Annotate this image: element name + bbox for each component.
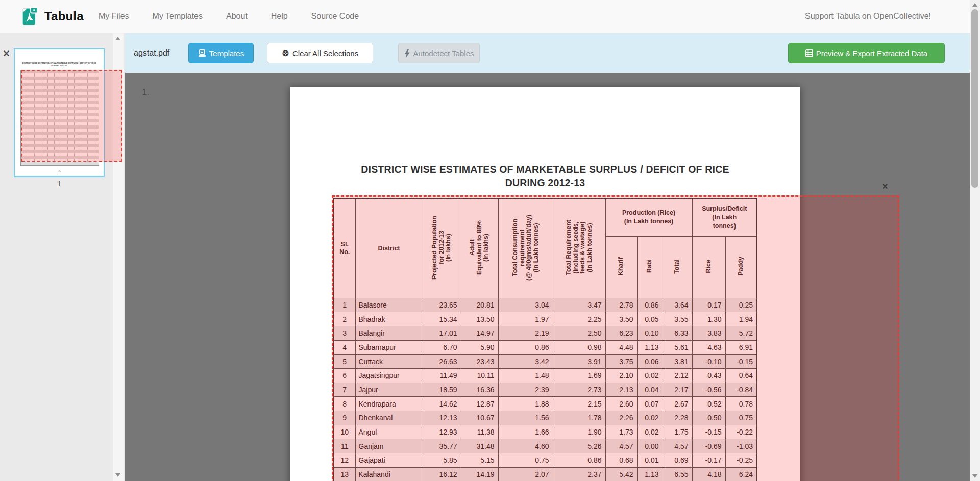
selection-close-icon[interactable]: × bbox=[882, 181, 888, 191]
toolbar: agstat.pdf Templates ⊗ Clear All Selecti… bbox=[125, 33, 970, 73]
autodetect-button-label: Autodetect Tables bbox=[413, 49, 474, 58]
templates-button[interactable]: Templates bbox=[188, 43, 254, 63]
autodetect-tables-button[interactable]: Autodetect Tables bbox=[398, 43, 480, 63]
nav-item-help[interactable]: Help bbox=[259, 12, 300, 21]
table-list-icon bbox=[805, 49, 813, 57]
circle-x-icon: ⊗ bbox=[282, 48, 289, 58]
thumbnail-selection-overlay bbox=[21, 70, 122, 162]
templates-button-label: Templates bbox=[209, 49, 244, 58]
nav-item-about[interactable]: About bbox=[214, 12, 259, 21]
scroll-up-icon[interactable] bbox=[115, 37, 120, 40]
scroll-down-icon[interactable] bbox=[115, 473, 120, 477]
sidebar: × DISTRICT WISE ESTIMATES OF MARKETABLE … bbox=[0, 33, 125, 481]
tabula-logo[interactable]: Tabula bbox=[21, 4, 84, 29]
clear-button-label: Clear All Selections bbox=[292, 49, 358, 58]
thumbnail-footer: -1- bbox=[15, 170, 104, 173]
support-link[interactable]: Support Tabula on OpenCollective! bbox=[805, 0, 931, 33]
nav-item-my-files[interactable]: My Files bbox=[87, 12, 141, 21]
nav-item-source-code[interactable]: Source Code bbox=[300, 12, 371, 21]
thumbnail-page-number: 1 bbox=[14, 180, 105, 188]
thumbnail-table-row bbox=[21, 162, 99, 165]
document-title: DISTRICT WISE ESTIMATES OF MARKETABLE SU… bbox=[290, 163, 800, 189]
thumbnail-title: DISTRICT WISE ESTIMATES OF MARKETABLE SU… bbox=[15, 62, 104, 67]
selection-box[interactable] bbox=[332, 195, 899, 481]
pdf-lock-logo-icon bbox=[21, 4, 40, 29]
export-button-label: Preview & Export Extracted Data bbox=[816, 49, 927, 58]
scrollbar-thumb[interactable] bbox=[971, 9, 978, 188]
nav-item-my-templates[interactable]: My Templates bbox=[141, 12, 214, 21]
vertical-scrollbar[interactable] bbox=[970, 0, 980, 481]
clear-all-selections-button[interactable]: ⊗ Clear All Selections bbox=[267, 43, 373, 63]
navbar: Tabula My Files My Templates About Help … bbox=[0, 0, 980, 33]
page-number-marker: 1. bbox=[142, 87, 149, 97]
remove-page-icon[interactable]: × bbox=[3, 48, 10, 59]
lightning-bolt-icon bbox=[404, 49, 410, 58]
preview-export-button[interactable]: Preview & Export Extracted Data bbox=[788, 43, 945, 63]
scroll-up-icon[interactable] bbox=[972, 3, 977, 7]
pdf-viewer-canvas: 1. DISTRICT WISE ESTIMATES OF MARKETABLE… bbox=[125, 73, 970, 481]
nav-links: My Files My Templates About Help Source … bbox=[87, 0, 371, 33]
brand-name: Tabula bbox=[44, 9, 84, 23]
filename-label: agstat.pdf bbox=[134, 33, 169, 73]
template-icon bbox=[198, 49, 206, 57]
scroll-down-icon[interactable] bbox=[972, 474, 977, 478]
